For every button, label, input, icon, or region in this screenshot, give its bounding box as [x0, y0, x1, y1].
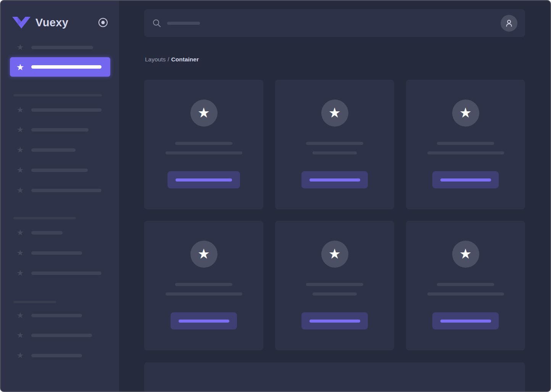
brand-title: Vuexy: [35, 16, 68, 29]
vuexy-logo-icon: [12, 17, 31, 29]
skeleton-bar: [166, 151, 242, 154]
skeleton-bar: [31, 169, 88, 172]
skeleton-bar: [31, 128, 89, 132]
skeleton-bar: [31, 108, 102, 112]
star-icon: ★: [16, 125, 24, 134]
sidebar-section-header: [13, 217, 76, 219]
card: ★: [406, 80, 525, 209]
card-avatar: ★: [452, 100, 479, 127]
star-icon: ★: [198, 247, 210, 261]
card-button[interactable]: [168, 171, 240, 188]
skeleton-bar: [31, 272, 102, 275]
sidebar-section-header: [13, 94, 102, 96]
card-avatar: ★: [452, 241, 479, 268]
breadcrumb-separator: /: [168, 56, 169, 63]
card: ★: [275, 221, 394, 350]
star-icon: ★: [16, 249, 24, 257]
card-avatar: ★: [190, 241, 218, 268]
sidebar-item[interactable]: ★: [16, 269, 102, 277]
star-icon: ★: [16, 146, 24, 154]
skeleton-bar: [31, 231, 63, 235]
star-icon: ★: [16, 106, 24, 114]
star-icon: ★: [16, 351, 24, 360]
star-icon: ★: [16, 166, 24, 174]
sidebar-item[interactable]: ★: [16, 311, 82, 320]
skeleton-bar: [31, 354, 82, 357]
brand[interactable]: Vuexy: [12, 14, 108, 31]
skeleton-bar: [437, 283, 494, 286]
skeleton-bar: [306, 142, 363, 145]
button-label-bar: [179, 320, 229, 323]
sidebar-item[interactable]: ★: [16, 331, 92, 339]
star-icon: ★: [16, 331, 24, 339]
sidebar-item[interactable]: ★: [16, 106, 102, 114]
skeleton-bar: [31, 189, 102, 192]
user-avatar[interactable]: [501, 15, 517, 32]
card-button[interactable]: [432, 171, 499, 188]
sidebar: Vuexy ★ ★ ★ ★ ★: [1, 1, 119, 391]
card: ★: [144, 80, 263, 209]
star-icon: ★: [16, 186, 24, 194]
skeleton-bar: [31, 65, 102, 69]
cards-grid: ★ ★ ★: [144, 80, 525, 350]
radio-dot-icon: [98, 18, 108, 27]
button-label-bar: [309, 178, 360, 182]
card-avatar: ★: [190, 100, 218, 127]
card-button[interactable]: [301, 312, 368, 329]
card: ★: [406, 221, 525, 350]
sidebar-item[interactable]: ★: [16, 186, 102, 194]
star-icon: ★: [329, 106, 341, 120]
star-icon: ★: [16, 228, 24, 237]
skeleton-bar: [31, 251, 82, 255]
star-icon: ★: [459, 106, 472, 120]
skeleton-bar: [175, 142, 232, 145]
sidebar-item[interactable]: ★: [16, 166, 88, 174]
skeleton-bar: [31, 334, 92, 337]
button-label-bar: [440, 320, 491, 323]
search-icon: [153, 19, 161, 27]
card-button[interactable]: [301, 171, 368, 188]
card: ★: [144, 221, 263, 350]
skeleton-bar: [166, 292, 242, 296]
card-avatar: ★: [321, 241, 348, 268]
sidebar-item-active[interactable]: ★: [10, 57, 110, 77]
button-label-bar: [176, 178, 232, 182]
search-bar[interactable]: [144, 9, 525, 37]
card-avatar: ★: [321, 100, 348, 127]
skeleton-bar: [306, 283, 363, 286]
sidebar-item[interactable]: ★: [16, 228, 63, 237]
skeleton-bar: [437, 142, 494, 145]
skeleton-bar: [313, 292, 357, 296]
card: ★: [275, 80, 394, 209]
card-button[interactable]: [432, 312, 499, 329]
app-window: Vuexy ★ ★ ★ ★ ★: [0, 0, 551, 392]
breadcrumb-link-layouts[interactable]: Layouts: [145, 56, 166, 63]
skeleton-bar: [31, 148, 76, 152]
star-icon: ★: [329, 247, 341, 261]
skeleton-bar: [175, 283, 232, 286]
skeleton-bar: [31, 314, 82, 317]
star-icon: ★: [459, 247, 472, 261]
sidebar-item[interactable]: ★: [16, 249, 82, 257]
button-label-bar: [440, 178, 491, 182]
star-icon: ★: [16, 43, 24, 51]
sidebar-item[interactable]: ★: [16, 43, 93, 51]
sidebar-item[interactable]: ★: [16, 125, 89, 134]
menu-pin-toggle[interactable]: [98, 18, 108, 27]
button-label-bar: [309, 320, 360, 323]
skeleton-bar: [31, 46, 93, 49]
main-content: Layouts/Container ★ ★: [119, 1, 550, 391]
skeleton-bar: [313, 151, 357, 154]
user-icon: [504, 18, 514, 28]
star-icon: ★: [16, 269, 24, 277]
sidebar-item[interactable]: ★: [16, 146, 76, 154]
sidebar-item[interactable]: ★: [16, 351, 82, 360]
skeleton-bar: [427, 292, 504, 296]
card-button[interactable]: [171, 312, 237, 329]
star-icon: ★: [16, 63, 24, 71]
sidebar-section-header: [13, 301, 56, 303]
breadcrumb: Layouts/Container: [145, 56, 199, 63]
footer-card: ♥: [144, 362, 525, 392]
breadcrumb-current: Container: [171, 56, 199, 63]
star-icon: ★: [16, 311, 24, 320]
